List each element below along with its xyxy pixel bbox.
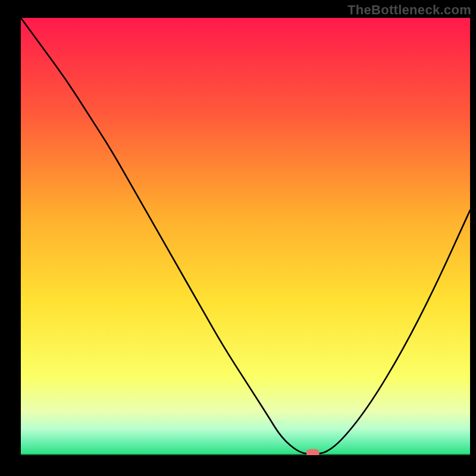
plot-area [21, 18, 470, 455]
marker-dot [306, 449, 320, 455]
watermark-label: TheBottleneck.com [347, 2, 471, 18]
chart-svg [21, 18, 470, 455]
gradient-background [21, 18, 470, 455]
chart-frame: TheBottleneck.com [0, 0, 476, 476]
